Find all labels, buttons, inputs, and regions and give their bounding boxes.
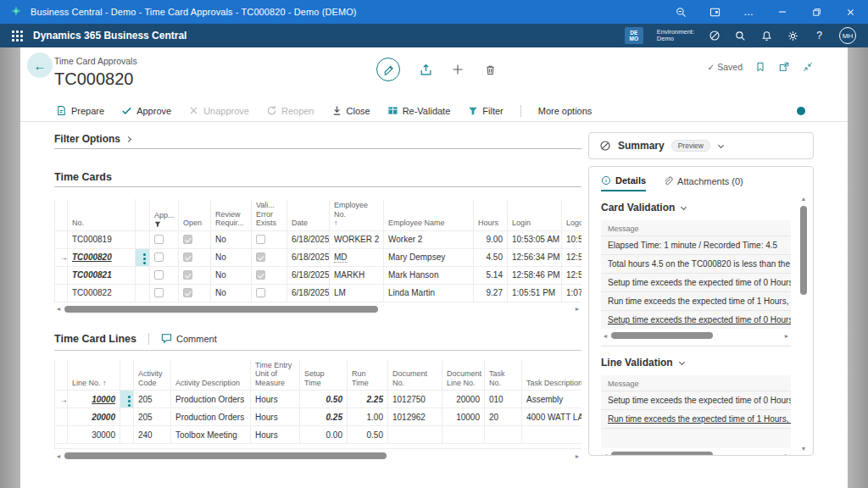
employee-no-value[interactable]: WORKER 2 <box>330 230 384 248</box>
document-no-value[interactable]: 1012962 <box>388 408 442 426</box>
document-line-no-value[interactable]: 10000 <box>442 408 485 426</box>
tab-details[interactable]: Details <box>601 175 646 191</box>
review-required-value[interactable]: No <box>211 266 252 284</box>
uom-value[interactable]: Hours <box>251 391 300 408</box>
card-validation-hscrollbar[interactable]: ◄ ► <box>601 330 791 341</box>
back-button[interactable]: ← <box>27 53 53 78</box>
document-line-no-value[interactable] <box>442 426 485 444</box>
document-line-no-value[interactable]: 20000 <box>442 391 485 408</box>
more-menu-icon[interactable]: … <box>743 6 754 18</box>
nav-app-title[interactable]: Dynamics 365 Business Central <box>33 30 625 42</box>
line-validation-hscrollbar[interactable]: ◄ ► <box>601 450 791 456</box>
table-row-selected[interactable]: → 10000 205 Production Orders Hours 0.50… <box>55 391 582 408</box>
col-activity-code[interactable]: Activity Code <box>134 359 171 391</box>
employee-no-value[interactable]: LM <box>330 284 384 302</box>
new-button[interactable] <box>451 63 465 76</box>
employee-no-value[interactable]: MD <box>330 248 384 266</box>
review-required-value[interactable]: No <box>211 248 252 266</box>
more-options-button[interactable]: More options <box>538 106 593 116</box>
logout-value[interactable]: 10:53 <box>562 230 582 248</box>
details-vscrollbar[interactable]: ▲ ▼ <box>799 196 808 452</box>
line-no-value[interactable]: 20000 <box>68 408 120 426</box>
col-approved[interactable]: App... <box>150 199 179 230</box>
task-no-value[interactable]: 010 <box>485 391 522 408</box>
login-value[interactable]: 12:58:46 PM <box>508 266 562 284</box>
summary-card[interactable]: Summary Preview <box>588 132 814 159</box>
table-row[interactable]: TC000819 No 6/18/2025 WORKER 2 Worker 2 … <box>55 230 582 248</box>
login-value[interactable]: 12:56:34 PM <box>508 248 562 266</box>
employee-name-link[interactable]: Mary Dempsey <box>384 248 474 266</box>
run-time-value[interactable]: 0.50 <box>348 426 388 444</box>
share-button[interactable] <box>419 63 432 76</box>
run-time-value[interactable]: 2.25 <box>348 391 388 408</box>
setup-time-value[interactable]: 0.00 <box>300 426 348 444</box>
col-task-description[interactable]: Task Description <box>522 359 582 391</box>
task-description-value[interactable]: Assembly <box>522 391 582 408</box>
task-no-value[interactable]: 20 <box>485 408 522 426</box>
col-uom[interactable]: Time Entry Unit of Measure <box>251 359 300 391</box>
breadcrumb[interactable]: Time Card Approvals <box>54 56 137 66</box>
environment-badge[interactable]: DE MO <box>625 27 643 44</box>
time-card-lines-hscrollbar[interactable]: ◄ ► <box>54 451 581 461</box>
employee-name-link[interactable]: Mark Hanson <box>384 266 474 284</box>
logout-value[interactable]: 1:07 <box>562 284 582 302</box>
employee-name-link[interactable]: Linda Martin <box>384 284 474 302</box>
validation-message[interactable]: Setup time exceeds the expected time of … <box>601 273 791 291</box>
activity-code-value[interactable]: 205 <box>134 391 171 408</box>
review-required-value[interactable]: No <box>211 284 252 302</box>
validation-message[interactable]: Elapsed Time: 1 minute / Recorded Time: … <box>601 236 791 254</box>
setup-time-value[interactable]: 0.50 <box>300 391 348 408</box>
hours-value[interactable]: 9.00 <box>474 230 508 248</box>
uom-value[interactable]: Hours <box>251 426 300 444</box>
col-setup-time[interactable]: Setup Time <box>300 359 348 391</box>
col-employee-no[interactable]: Employee No.↑ <box>330 199 384 230</box>
col-employee-name[interactable]: Employee Name <box>384 199 474 230</box>
logout-value[interactable]: 12:57 <box>562 248 582 266</box>
timecard-no-link[interactable]: TC000822 <box>68 284 136 302</box>
filter-options-section[interactable]: Filter Options <box>54 133 581 149</box>
col-line-no[interactable]: Line No. ↑ <box>68 359 120 391</box>
col-review-required[interactable]: Review Requir... <box>211 199 252 230</box>
line-validation-section[interactable]: Line Validation <box>601 357 791 369</box>
timecard-no-link[interactable]: TC000821 <box>68 266 136 284</box>
date-value[interactable]: 6/18/2025 <box>287 230 330 248</box>
filter-button[interactable]: Filter <box>467 105 503 116</box>
line-no-value[interactable]: 10000 <box>68 391 120 408</box>
col-task-no[interactable]: Task No. <box>485 359 522 391</box>
validation-message[interactable]: Total hours 4.5 on the TC000820 is less … <box>601 254 791 273</box>
task-description-value[interactable] <box>522 426 582 444</box>
prepare-button[interactable]: Prepare <box>56 105 104 116</box>
employee-no-value[interactable]: MARKH <box>330 266 384 284</box>
activity-code-value[interactable]: 205 <box>134 408 171 426</box>
logout-value[interactable]: 12:5 <box>562 266 582 284</box>
help-icon[interactable]: ? <box>813 30 826 42</box>
open-in-new-window-icon[interactable] <box>778 61 790 73</box>
close-timecard-button[interactable]: Close <box>331 105 370 116</box>
message-column-header[interactable]: Message <box>601 375 791 391</box>
revalidate-button[interactable]: Re-Validate <box>387 105 451 116</box>
hours-value[interactable]: 4.50 <box>474 248 508 266</box>
timecard-no-link[interactable]: TC000819 <box>68 230 136 248</box>
task-description-value[interactable]: 4000 WATT LA <box>522 408 582 426</box>
restore-icon[interactable] <box>810 6 822 18</box>
close-icon[interactable] <box>844 6 856 18</box>
time-cards-hscrollbar[interactable]: ◄ ► <box>54 304 581 314</box>
table-row[interactable]: 20000 205 Production Orders Hours 0.25 1… <box>55 408 582 426</box>
validation-message[interactable]: Setup time exceeds the expected time of … <box>601 391 791 409</box>
bookmark-icon[interactable] <box>754 61 766 73</box>
date-value[interactable]: 6/18/2025 <box>287 248 330 266</box>
login-value[interactable]: 1:05:51 PM <box>508 284 562 302</box>
notifications-bell-icon[interactable] <box>760 30 773 42</box>
activity-description-link[interactable]: Toolbox Meeting <box>171 426 251 444</box>
hours-value[interactable]: 5.14 <box>474 266 508 284</box>
hours-value[interactable]: 9.27 <box>474 284 508 302</box>
col-open[interactable]: Open <box>179 199 211 230</box>
activity-code-value[interactable]: 240 <box>134 426 171 444</box>
col-logout[interactable]: Logou <box>562 199 582 230</box>
settings-gear-icon[interactable] <box>787 30 799 42</box>
col-validation-error[interactable]: Vali... Error Exists <box>252 199 287 230</box>
chevron-down-icon[interactable] <box>718 141 724 147</box>
message-column-header[interactable]: Message <box>601 220 791 236</box>
tab-attachments[interactable]: Attachments (0) <box>663 175 743 191</box>
review-required-value[interactable]: No <box>211 230 252 248</box>
